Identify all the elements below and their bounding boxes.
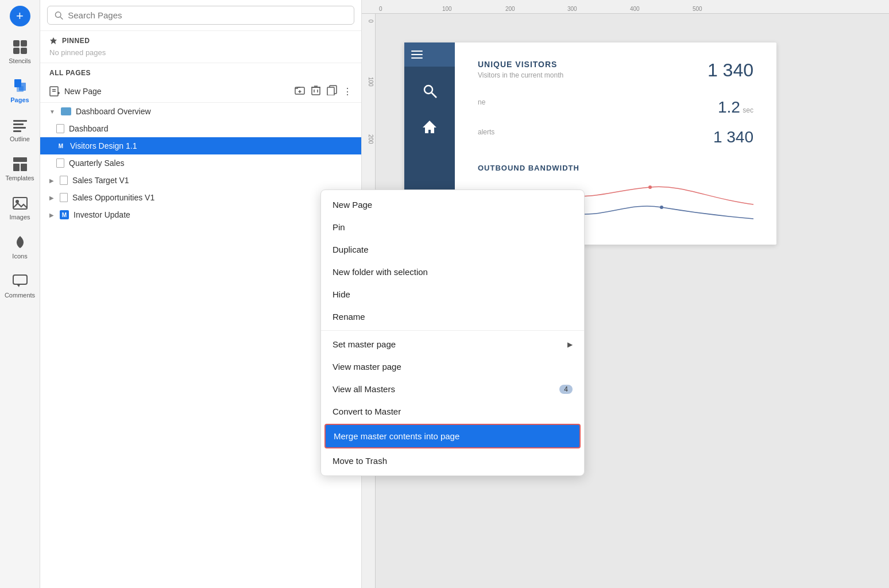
sidebar-item-outline[interactable]: Outline (0, 110, 40, 149)
comments-label: Comments (5, 292, 35, 299)
master-page-icon: M (56, 141, 65, 150)
folder-icon (61, 107, 71, 115)
more-options-icon[interactable]: ⋮ (343, 86, 352, 97)
svg-rect-12 (13, 164, 20, 171)
stat-subtitle: Visitors in the current month (478, 71, 563, 79)
tree-item-investor-update[interactable]: ▶ M Investor Update (40, 206, 361, 223)
chevron-icon: ▶ (49, 177, 54, 184)
ruler-tick-0: 0 (379, 6, 382, 12)
svg-rect-8 (13, 123, 24, 125)
stencils-label: Stencils (9, 57, 31, 64)
svg-line-19 (60, 17, 63, 19)
tree-item-label: Dashboard Overview (76, 107, 151, 116)
tree-item-quarterly-sales[interactable]: Quarterly Sales (40, 154, 361, 172)
ham-line (411, 54, 423, 55)
menu-item-view-all-masters[interactable]: View all Masters 4 (321, 378, 584, 400)
chevron-icon: ▼ (49, 109, 55, 115)
plus-icon: + (16, 9, 24, 24)
search-bar (40, 0, 361, 31)
outline-label: Outline (10, 136, 30, 142)
search-input-wrap[interactable] (47, 6, 354, 25)
sidebar-item-icons[interactable]: Icons (0, 227, 40, 266)
menu-item-merge-master[interactable]: Merge master contents into page (324, 424, 581, 448)
page-tree: ▼ Dashboard Overview Dashboard M Visitor… (40, 103, 361, 588)
outline-icon (12, 117, 28, 133)
ruler-left-tick-200: 200 (368, 134, 374, 144)
sidebar-item-templates[interactable]: Templates (0, 149, 40, 188)
menu-item-new-page[interactable]: New Page (321, 194, 584, 216)
tree-item-sales-target[interactable]: ▶ Sales Target V1 (40, 172, 361, 189)
tree-item-dashboard-overview[interactable]: ▼ Dashboard Overview (40, 103, 361, 120)
svg-rect-0 (13, 40, 20, 47)
svg-rect-34 (327, 87, 334, 95)
master-folder-icon: M (60, 210, 69, 219)
menu-item-label: Merge master contents into page (334, 431, 459, 441)
icons-icon (12, 234, 28, 250)
pages-panel: PINNED No pinned pages ALL PAGES New Pag… (40, 0, 362, 588)
ham-line (411, 57, 423, 59)
sidebar: + Stencils Pages Outline (0, 0, 40, 588)
pinned-label: PINNED (49, 37, 352, 45)
ruler-top: 0 100 200 300 400 500 (362, 0, 889, 14)
menu-item-label: Duplicate (333, 245, 369, 254)
sidebar-item-comments[interactable]: Comments (0, 266, 40, 305)
menu-item-label: Pin (333, 222, 345, 232)
sidebar-item-stencils[interactable]: Stencils (0, 32, 40, 71)
svg-rect-11 (13, 157, 27, 162)
chevron-icon: ▶ (49, 195, 54, 201)
sidebar-item-pages[interactable]: Pages (0, 71, 40, 110)
alerts-value: 1 340 (713, 128, 753, 146)
menu-item-convert-to-master[interactable]: Convert to Master (321, 400, 584, 423)
tree-item-label: Sales Target V1 (72, 176, 129, 185)
menu-item-new-folder[interactable]: New folder with selection (321, 261, 584, 283)
pinned-section: PINNED No pinned pages (40, 31, 361, 63)
add-button[interactable]: + (10, 6, 30, 26)
images-icon (12, 195, 28, 211)
search-input[interactable] (68, 10, 347, 20)
submenu-arrow-icon: ▶ (567, 341, 573, 349)
tree-item-dashboard[interactable]: Dashboard (40, 120, 361, 137)
menu-item-label: Rename (333, 312, 365, 322)
tree-item-label: Quarterly Sales (69, 158, 124, 168)
home-nav-icon (422, 102, 438, 137)
menu-item-label: Hide (333, 289, 350, 299)
svg-point-39 (648, 185, 652, 189)
pages-label: Pages (10, 96, 29, 103)
svg-point-35 (424, 86, 432, 94)
tree-item-visitors-design[interactable]: M Visitors Design 1.1 (40, 137, 361, 154)
stat-value: 1 340 (708, 60, 753, 81)
svg-rect-6 (17, 86, 24, 92)
add-folder-icon[interactable] (295, 85, 305, 98)
masters-count-badge: 4 (559, 385, 573, 394)
page-icon (60, 193, 68, 202)
ruler-tick-100: 100 (442, 6, 452, 12)
page-icon (60, 176, 68, 185)
icons-label: Icons (12, 253, 27, 260)
ruler-tick-200: 200 (505, 6, 515, 12)
svg-point-41 (660, 206, 663, 209)
tree-item-sales-opportunities[interactable]: ▶ Sales Opportunities V1 (40, 189, 361, 206)
menu-item-move-to-trash[interactable]: Move to Trash (321, 450, 584, 472)
new-page-label: New Page (64, 87, 290, 96)
menu-divider (321, 330, 584, 331)
menu-item-set-master[interactable]: Set master page ▶ (321, 333, 584, 355)
stat-text: UNIQUE VISITORS Visitors in the current … (478, 60, 563, 79)
pages-icon (12, 78, 28, 94)
stat-title: UNIQUE VISITORS (478, 60, 563, 69)
menu-item-label: New folder with selection (333, 267, 428, 277)
comments-icon (12, 273, 28, 289)
response-time-value: 1.2 sec (718, 98, 753, 117)
svg-rect-3 (21, 48, 27, 54)
delete-icon[interactable] (311, 85, 321, 98)
svg-rect-2 (13, 48, 20, 54)
menu-item-rename[interactable]: Rename (321, 305, 584, 328)
copy-icon[interactable] (327, 85, 337, 98)
menu-item-duplicate[interactable]: Duplicate (321, 238, 584, 261)
all-pages-label: ALL PAGES (40, 63, 361, 80)
sidebar-item-images[interactable]: Images (0, 188, 40, 227)
menu-item-hide[interactable]: Hide (321, 283, 584, 305)
menu-item-pin[interactable]: Pin (321, 216, 584, 238)
chevron-icon: ▶ (49, 212, 54, 218)
ruler-tick-300: 300 (567, 6, 577, 12)
menu-item-view-master[interactable]: View master page (321, 355, 584, 378)
